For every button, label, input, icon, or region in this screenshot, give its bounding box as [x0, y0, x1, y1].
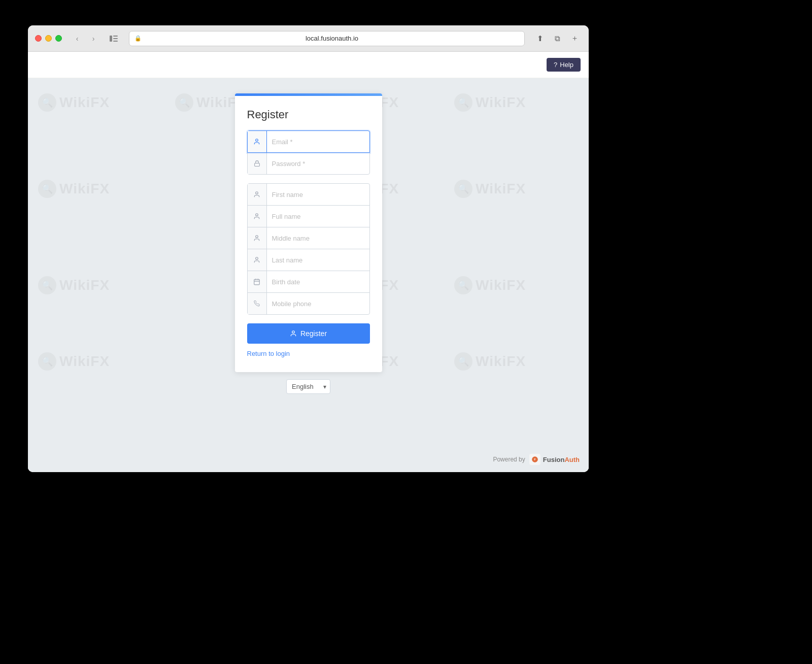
mobile-phone-input[interactable]: [267, 293, 369, 314]
close-button[interactable]: [35, 35, 42, 42]
browser-content: ? Help 🔍 WikiFX 🔍 WikiFX 🔍 WikiFX: [28, 52, 589, 472]
name-group: [247, 183, 370, 315]
return-to-login-link[interactable]: Return to login: [247, 350, 290, 357]
watermark: 🔍 WikiFX: [38, 276, 110, 294]
first-name-input[interactable]: [267, 184, 369, 205]
birth-date-input[interactable]: [267, 271, 369, 292]
register-button[interactable]: Register: [247, 323, 370, 344]
register-title: Register: [247, 108, 370, 121]
app-header: ? Help: [28, 52, 589, 78]
brand-first: Fusion: [543, 456, 565, 463]
url-text: local.fusionauth.io: [145, 35, 519, 42]
powered-by-footer: Powered by F FusionAuth: [493, 454, 580, 465]
password-field-row: [247, 152, 370, 175]
minimize-button[interactable]: [45, 35, 52, 42]
email-icon: [248, 131, 267, 152]
lock-icon: 🔒: [134, 35, 142, 42]
powered-by-text: Powered by: [493, 456, 525, 463]
password-input[interactable]: [267, 153, 369, 174]
password-icon: [248, 153, 267, 174]
svg-rect-3: [113, 41, 118, 42]
birth-date-icon: [248, 271, 267, 292]
svg-point-14: [292, 331, 295, 334]
credentials-group: [247, 130, 370, 175]
nav-buttons: ‹ ›: [70, 33, 100, 44]
address-bar[interactable]: 🔒 local.fusionauth.io: [129, 31, 525, 46]
language-select-wrapper: English French German Spanish ▾: [286, 379, 330, 394]
watermark: 🔍 WikiFX: [454, 352, 526, 371]
watermark: 🔍 WikiFX: [454, 180, 526, 198]
fusionauth-brand-text: FusionAuth: [543, 456, 580, 463]
mobile-phone-icon: [248, 293, 267, 314]
first-name-icon: [248, 184, 267, 205]
sidebar-button[interactable]: [107, 33, 121, 44]
browser-window: ‹ › 🔒 local.fusionauth.io ⬆ ⧉ ＋ ?: [28, 25, 589, 472]
email-field-row: [247, 130, 370, 153]
email-input[interactable]: [267, 131, 369, 152]
page-area: 🔍 WikiFX 🔍 WikiFX 🔍 WikiFX 🔍 WikiFX: [28, 78, 589, 472]
browser-titlebar: ‹ › 🔒 local.fusionauth.io ⬆ ⧉ ＋: [28, 25, 589, 52]
new-tab-button[interactable]: ＋: [567, 33, 582, 44]
mobile-phone-field-row: [247, 292, 370, 315]
full-name-icon: [248, 206, 267, 227]
help-icon: ?: [554, 61, 557, 69]
middle-name-icon: [248, 227, 267, 249]
middle-name-field-row: [247, 227, 370, 249]
share-button[interactable]: ⬆: [533, 33, 547, 44]
full-name-field-row: [247, 205, 370, 227]
watermark: 🔍 WikiFX: [38, 352, 110, 371]
card-body: Register: [235, 96, 382, 372]
back-button[interactable]: ‹: [70, 33, 84, 44]
svg-rect-0: [110, 36, 112, 42]
svg-rect-2: [113, 38, 118, 39]
last-name-field-row: [247, 249, 370, 271]
birth-date-field-row: [247, 271, 370, 293]
svg-rect-5: [254, 163, 259, 166]
first-name-field-row: [247, 183, 370, 206]
watermark: 🔍 WikiFX: [38, 180, 110, 198]
register-icon: [290, 330, 297, 337]
last-name-input[interactable]: [267, 249, 369, 271]
middle-name-input[interactable]: [267, 227, 369, 249]
traffic-lights: [35, 35, 62, 42]
last-name-icon: [248, 249, 267, 271]
svg-text:F: F: [534, 458, 536, 461]
watermark: 🔍 WikiFX: [454, 276, 526, 294]
svg-rect-1: [113, 36, 118, 37]
tab-button[interactable]: ⧉: [550, 33, 564, 44]
svg-point-4: [256, 139, 258, 142]
watermark: 🔍 WikiFX: [454, 93, 526, 112]
help-button[interactable]: ? Help: [547, 58, 581, 72]
browser-actions: ⬆ ⧉ ＋: [533, 33, 582, 44]
svg-point-8: [256, 236, 258, 238]
forward-button[interactable]: ›: [86, 33, 100, 44]
fullscreen-button[interactable]: [55, 35, 62, 42]
brand-second: Auth: [564, 456, 580, 463]
watermark: 🔍 WikiFX: [38, 93, 110, 112]
fusionauth-logo: F FusionAuth: [529, 454, 580, 465]
svg-point-9: [256, 257, 258, 260]
language-select[interactable]: English French German Spanish: [286, 379, 330, 394]
fusionauth-icon: F: [529, 454, 540, 465]
full-name-input[interactable]: [267, 206, 369, 227]
help-label: Help: [560, 61, 573, 69]
register-button-label: Register: [300, 329, 327, 338]
svg-rect-10: [254, 279, 260, 285]
register-card: Register: [235, 93, 382, 372]
svg-point-6: [256, 192, 258, 194]
svg-point-7: [256, 214, 258, 216]
language-selector[interactable]: English French German Spanish ▾: [286, 379, 330, 394]
